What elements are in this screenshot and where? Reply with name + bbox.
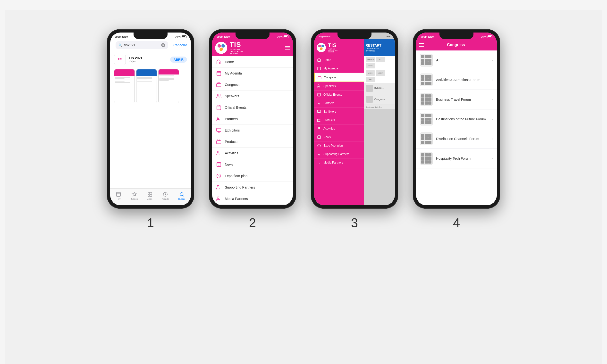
menu-partners-2[interactable]: Partners: [212, 113, 293, 125]
tab-games[interactable]: Juegos: [131, 192, 138, 200]
menu-media-2[interactable]: Media Partners: [212, 193, 293, 205]
tis-logo-svg-2: [216, 42, 226, 53]
hamburger-4[interactable]: [419, 43, 424, 47]
congress-item-destinations[interactable]: Destinations of the Future Forum ›: [416, 109, 497, 129]
phone3-menu: TIS TOURISMINNOVATIONSUMMIT Home: [314, 39, 364, 205]
phone-2-frame: Virgin telco 13:04 76 %: [209, 29, 296, 209]
congress-label-hospitality: Hospitality Tech Forum: [436, 156, 488, 160]
sponsors-strip-2: UNIDO ARRIVA ABC: [364, 69, 395, 83]
screenshot-1b: [136, 69, 157, 103]
svg-point-43: [317, 144, 320, 147]
tis-logo-svg-3: [317, 43, 326, 52]
phone4-header: Congress: [416, 39, 497, 51]
menu-speakers-2[interactable]: Speakers: [212, 91, 293, 102]
svg-point-29: [217, 185, 219, 187]
svg-rect-14: [217, 72, 221, 76]
menu3-events[interactable]: Official Events: [314, 91, 364, 99]
chevron-distribution: ›: [492, 137, 493, 141]
svg-point-24: [217, 151, 219, 153]
menu3-speakers[interactable]: Speakers: [314, 82, 364, 91]
page-container: Virgin telco 13:01 76 % 🔍: [5, 10, 602, 364]
menu-exhibitors-2[interactable]: Exhibitors: [212, 125, 293, 136]
menu-floorplan-2[interactable]: Expo floor plan: [212, 170, 293, 182]
sponsor-arriva: ARRIVA: [376, 70, 385, 76]
svg-rect-4: [148, 193, 150, 194]
congress-item-hospitality[interactable]: Hospitality Tech Forum ›: [416, 149, 497, 169]
right-exhibitors-label: Exhibitor...: [374, 87, 386, 90]
menu-events-2[interactable]: Official Events: [212, 102, 293, 113]
battery-icon-2: [284, 35, 289, 38]
tab-today[interactable]: Hoy: [116, 192, 121, 200]
phone-number-4: 4: [453, 216, 460, 230]
tis-logo-3: [317, 43, 326, 52]
menu-supporting-2[interactable]: Supporting Partners: [212, 182, 293, 193]
menu3-partners[interactable]: Partners: [314, 99, 364, 107]
carrier-1: Virgin telco: [115, 35, 128, 38]
tis-title-3: TIS TOURISMINNOVATIONSUMMIT: [328, 42, 338, 53]
phone-2-wrapper: Virgin telco 13:04 76 %: [209, 29, 296, 230]
search-icon-1: 🔍: [119, 43, 122, 47]
phone-3-wrapper: Virgin telco 13:05 75 %: [311, 29, 398, 230]
phone-4-screen: Virgin telco 13:11 75 %: [416, 33, 497, 205]
menu3-agenda[interactable]: My Agenda: [314, 64, 364, 73]
hamburger-2[interactable]: [285, 46, 290, 50]
chevron-all: ›: [492, 58, 493, 62]
cancel-button-1[interactable]: Cancelar: [172, 43, 188, 47]
congress-thumb-destinations: [420, 113, 433, 125]
tab-search[interactable]: Buscar: [178, 192, 185, 200]
svg-point-38: [318, 85, 319, 86]
menu-activities-2[interactable]: Activities: [212, 148, 293, 159]
menu3-activities[interactable]: Activities: [314, 125, 364, 133]
open-button-1[interactable]: ABRIR: [170, 57, 187, 63]
menu3-floorplan[interactable]: Expo floor plan: [314, 142, 364, 150]
svg-rect-5: [150, 193, 152, 194]
right-exhibitors[interactable]: Exhibitor...: [364, 83, 395, 94]
svg-rect-2: [117, 193, 121, 196]
sponsor-abc: ABC: [366, 77, 375, 82]
tab-apps[interactable]: Apps: [147, 192, 152, 200]
menu3-supporting[interactable]: Supporting Partners: [314, 150, 364, 158]
menu3-exhibitors[interactable]: Exhibitors: [314, 107, 364, 116]
menu3-home[interactable]: Home: [314, 56, 364, 64]
svg-point-30: [217, 197, 219, 198]
phone3-menu-items: Home My Agenda Congress: [314, 56, 364, 205]
chevron-destinations: ›: [492, 117, 493, 121]
congress-item-business[interactable]: Business Travel Forum ›: [416, 90, 497, 109]
phone-number-1: 1: [147, 216, 154, 230]
menu3-news[interactable]: News: [314, 133, 364, 142]
battery-3: 75 %: [385, 35, 390, 38]
search-input-1[interactable]: tis2021: [124, 43, 159, 47]
svg-rect-25: [217, 163, 221, 167]
menu3-media[interactable]: Media Partners: [314, 158, 364, 167]
phone3-layout: TIS TOURISMINNOVATIONSUMMIT Home: [314, 39, 395, 205]
congress-label-distribution: Distribution Channels Forum: [436, 137, 488, 141]
congress-item-all[interactable]: All ›: [416, 51, 497, 70]
congress-label-activities: Activities & Attractions Forum: [436, 78, 488, 82]
menu3-products[interactable]: Products: [314, 116, 364, 125]
notch-4: [439, 33, 474, 39]
menu-products-2[interactable]: Products: [212, 136, 293, 148]
congress-item-activities[interactable]: Activities & Attractions Forum ›: [416, 70, 497, 90]
search-bar-1[interactable]: 🔍 tis2021 ✕: [116, 41, 168, 49]
svg-point-22: [217, 117, 219, 119]
sponsor-amadeus: AMADEUS: [366, 57, 375, 62]
menu-agenda-2[interactable]: My Agenda: [212, 68, 293, 79]
tis-subtitle-3: TOURISMINNOVATIONSUMMIT: [328, 48, 338, 53]
search-clear-1[interactable]: ✕: [161, 43, 165, 47]
phone-number-3: 3: [351, 216, 358, 230]
app-result-1[interactable]: TIS TIS 2021 Viajes ABRIR: [110, 51, 191, 68]
menu-news-2[interactable]: News: [212, 159, 293, 170]
app-icon-1: TIS: [114, 54, 126, 65]
phone-3-frame: Virgin telco 13:05 75 %: [311, 29, 398, 209]
phone4-title: Congress: [426, 43, 486, 47]
svg-rect-37: [318, 77, 321, 79]
menu3-congress[interactable]: Congress: [314, 73, 364, 82]
menu-home-2[interactable]: Home: [212, 56, 293, 68]
right-congress[interactable]: Congress: [364, 94, 395, 105]
congress-thumb-all: [420, 54, 433, 66]
menu-congress-2[interactable]: Congress: [212, 79, 293, 91]
tab-arcade[interactable]: Arcade: [162, 192, 169, 200]
congress-item-distribution[interactable]: Distribution Channels Forum ›: [416, 129, 497, 149]
svg-point-32: [318, 45, 321, 47]
battery-icon-1: [182, 35, 186, 38]
